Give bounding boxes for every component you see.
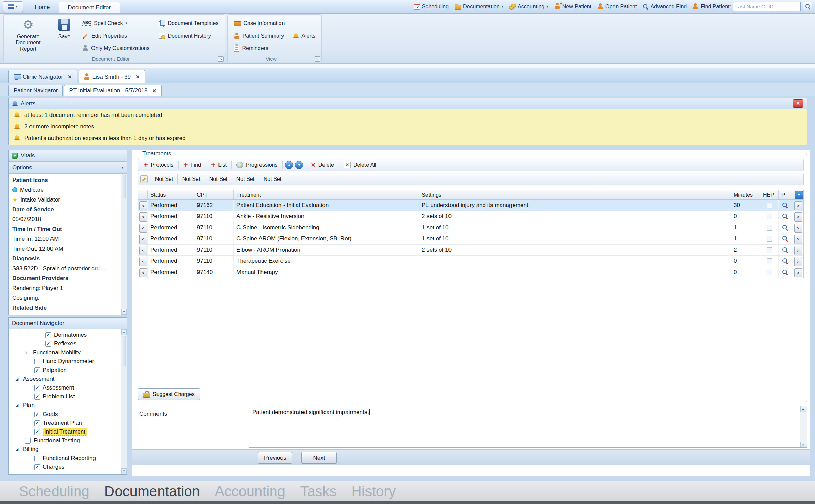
- progression-lookup-icon[interactable]: [782, 202, 789, 209]
- checkbox[interactable]: [25, 438, 31, 444]
- progression-lookup-icon[interactable]: [782, 258, 789, 265]
- progression-lookup-icon[interactable]: [782, 269, 789, 276]
- edit-times-icon[interactable]: [140, 175, 148, 183]
- scroll-up-icon[interactable]: ▲: [121, 329, 127, 335]
- scrollbar-thumb[interactable]: [122, 175, 126, 198]
- tree-item-dermatomes[interactable]: ✓Dermatomes: [9, 331, 121, 339]
- save-button[interactable]: Save: [53, 16, 76, 54]
- column-treatment[interactable]: Treatment: [234, 190, 419, 200]
- tree-item-goals[interactable]: ✓Goals: [9, 410, 121, 419]
- delete-all-button[interactable]: ✕Delete All: [340, 162, 380, 168]
- tab-clinic-navigator[interactable]: Clinic Navigator ✕: [8, 70, 77, 83]
- table-row[interactable]: < Performed 97110 C-Spine - Isometric Si…: [138, 222, 803, 233]
- tab-patient-lisa-smith[interactable]: Lisa Smith - 39 ✕: [79, 70, 145, 83]
- reminders-button[interactable]: Reminders: [231, 42, 288, 54]
- tree-item-treatment-plan[interactable]: ✓Treatment Plan: [9, 419, 121, 427]
- tree-item-functional-mobility[interactable]: ▷Functional Mobility: [9, 348, 121, 357]
- checkbox[interactable]: ✓: [34, 368, 40, 373]
- progression-lookup-icon[interactable]: [782, 235, 789, 242]
- documentation-menu[interactable]: Documentation ▾: [455, 4, 503, 10]
- hep-checkbox[interactable]: [767, 225, 772, 231]
- tab-patient-navigator[interactable]: Patient Navigator: [8, 85, 63, 96]
- tree-item-functional-testing[interactable]: Functional Testing: [9, 436, 121, 445]
- column-p[interactable]: P: [779, 190, 792, 200]
- delete-button[interactable]: ✕Delete: [307, 162, 337, 168]
- row-collapse-button[interactable]: <: [139, 268, 147, 277]
- tree-item-initial-treatment[interactable]: ✓Initial Treatment: [9, 427, 121, 436]
- tree-item-assessment[interactable]: ✓Assessment: [9, 383, 121, 392]
- generate-document-report-button[interactable]: ⚙ Generate Document Report: [7, 16, 49, 54]
- hep-checkbox[interactable]: [767, 203, 772, 208]
- not-set-button[interactable]: Not Set: [178, 174, 205, 184]
- checkbox[interactable]: ✓: [45, 332, 51, 338]
- progressions-button[interactable]: ✓Progressions: [233, 162, 281, 168]
- checkbox[interactable]: [34, 359, 40, 364]
- close-icon[interactable]: ✕: [135, 74, 140, 79]
- collapse-icon[interactable]: ◢: [15, 447, 20, 452]
- row-collapse-button[interactable]: <: [139, 201, 147, 210]
- spell-check-button[interactable]: ABC Spell Check ▾: [80, 17, 152, 29]
- new-patient-button[interactable]: + New Patient: [554, 3, 591, 10]
- bottom-nav-documentation[interactable]: Documentation: [104, 483, 200, 500]
- hep-checkbox[interactable]: [767, 270, 772, 275]
- collapse-icon[interactable]: ◢: [15, 403, 20, 408]
- scroll-down-icon[interactable]: ▼: [121, 309, 127, 315]
- not-set-button[interactable]: Not Set: [259, 174, 286, 184]
- column-settings[interactable]: Settings: [419, 190, 731, 200]
- row-collapse-button[interactable]: <: [139, 246, 147, 255]
- column-cpt[interactable]: CPT: [194, 190, 234, 200]
- column-status[interactable]: Status: [148, 190, 194, 200]
- table-row[interactable]: < Performed 97140 Manual Therapy 0 >: [138, 267, 803, 278]
- vitals-scrollbar[interactable]: ▼: [121, 174, 127, 315]
- table-row[interactable]: < Performed 97162 Patient Education - In…: [138, 200, 803, 211]
- find-patient-input[interactable]: [733, 2, 801, 11]
- close-alerts-button[interactable]: ✕: [793, 99, 803, 108]
- progression-lookup-icon[interactable]: [782, 224, 789, 231]
- scroll-up-icon[interactable]: ▲: [800, 406, 806, 412]
- tab-pt-initial-evaluation[interactable]: PT Initial Evaluation - 5/7/2018 ✕: [64, 85, 162, 96]
- document-templates-button[interactable]: Document Templates: [156, 17, 222, 29]
- not-set-button[interactable]: Not Set: [205, 174, 232, 184]
- bottom-nav-accounting[interactable]: Accounting: [215, 483, 285, 500]
- row-expand-button[interactable]: >: [794, 201, 802, 210]
- row-expand-button[interactable]: >: [794, 235, 802, 244]
- not-set-button[interactable]: Not Set: [151, 174, 178, 184]
- row-collapse-button[interactable]: <: [139, 235, 147, 244]
- previous-button[interactable]: Previous: [258, 452, 292, 464]
- tree-group-assessment[interactable]: ◢Assessment: [9, 375, 121, 383]
- tree-item-functional-reporting[interactable]: Functional Reporting: [9, 454, 121, 463]
- comments-scrollbar[interactable]: ▲ ▼: [800, 406, 807, 447]
- window-menu-button[interactable]: ▾: [3, 1, 23, 12]
- checkbox[interactable]: ✓: [34, 420, 40, 426]
- protocols-button[interactable]: +Protocols: [140, 161, 177, 169]
- table-row[interactable]: < Performed 97110 Ankle - Resistive Inve…: [138, 211, 803, 222]
- hep-checkbox[interactable]: [767, 258, 772, 264]
- table-row[interactable]: < Performed 97110 Elbow - AROM Pronation…: [138, 245, 803, 256]
- close-icon[interactable]: ✕: [152, 88, 157, 93]
- checkbox[interactable]: ✓: [45, 341, 51, 347]
- column-minutes[interactable]: Minutes: [731, 190, 760, 200]
- document-history-button[interactable]: Document History: [156, 30, 222, 42]
- ribbon-tab-home[interactable]: Home: [26, 2, 59, 13]
- expand-icon[interactable]: ▷: [25, 350, 30, 355]
- only-my-customizations-button[interactable]: Only My Customizations: [80, 42, 152, 54]
- scrollbar-thumb[interactable]: [122, 336, 126, 366]
- open-patient-button[interactable]: Open Patient: [597, 3, 637, 10]
- tree-item-problem-list[interactable]: ✓Problem List: [9, 392, 121, 401]
- hep-checkbox[interactable]: [767, 236, 772, 242]
- checkbox[interactable]: ✓: [34, 412, 40, 417]
- accounting-menu[interactable]: Accounting ▾: [509, 4, 548, 10]
- scroll-down-icon[interactable]: ▼: [121, 468, 127, 474]
- dialog-launcher-icon[interactable]: ↘: [218, 56, 224, 62]
- progression-lookup-icon[interactable]: [782, 213, 789, 220]
- row-expand-button[interactable]: >: [794, 268, 802, 277]
- tree-group-billing[interactable]: ◢Billing: [9, 445, 121, 454]
- checkbox[interactable]: ✓: [34, 429, 40, 435]
- dialog-launcher-icon[interactable]: ↘: [315, 56, 320, 62]
- next-button[interactable]: Next: [301, 452, 337, 464]
- row-expand-button[interactable]: >: [794, 212, 802, 222]
- scroll-down-icon[interactable]: ▼: [800, 442, 806, 447]
- move-down-button[interactable]: ▼: [295, 161, 303, 169]
- row-collapse-button[interactable]: <: [139, 257, 147, 266]
- checkbox[interactable]: ✓: [34, 464, 40, 470]
